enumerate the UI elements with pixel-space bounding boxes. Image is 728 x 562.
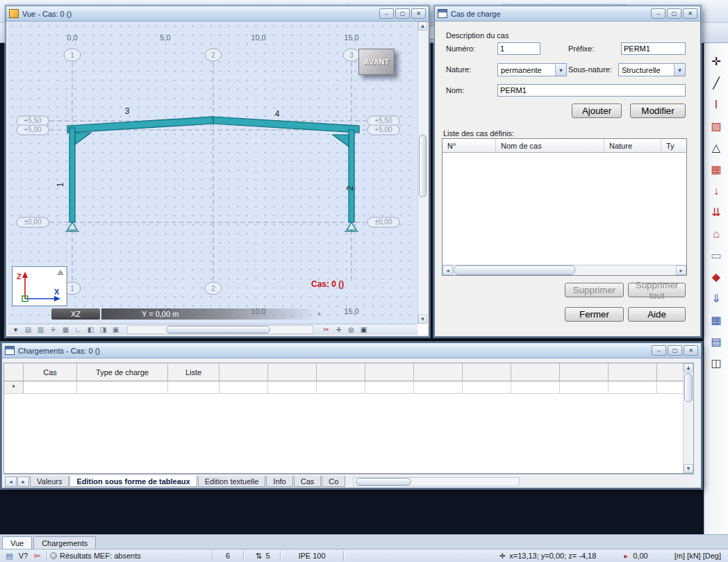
front-view-button[interactable]: AVANT bbox=[358, 49, 395, 75]
cell[interactable] bbox=[24, 381, 77, 394]
cell[interactable] bbox=[77, 381, 168, 394]
supprimer-tout-button[interactable]: Supprimer tout bbox=[628, 283, 686, 297]
axes-icon[interactable]: ∟ bbox=[72, 325, 84, 335]
chevron-down-icon[interactable] bbox=[674, 64, 685, 76]
loads-panel-titlebar[interactable]: Chargements - Cas: 0 () –▢✕ bbox=[2, 343, 701, 358]
scrollbar-thumb[interactable] bbox=[166, 326, 270, 333]
units-indicator[interactable]: [m] [kN] [Deg] bbox=[675, 552, 721, 560]
view-horizontal-scrollbar[interactable] bbox=[127, 325, 313, 334]
tables-icon[interactable]: ▦ bbox=[706, 311, 726, 329]
nodes-icon[interactable]: ✛ bbox=[706, 53, 726, 71]
panels-icon[interactable]: ▨ bbox=[706, 117, 726, 135]
new-row[interactable]: * bbox=[4, 381, 693, 394]
attributes-icon[interactable]: ▣ bbox=[110, 325, 122, 335]
maximize-icon[interactable]: ▢ bbox=[395, 8, 410, 19]
results-status[interactable]: Résultats MEF: absents bbox=[60, 552, 209, 560]
layers-icon[interactable]: ▥ bbox=[35, 325, 47, 335]
tabs-hscrollbar[interactable] bbox=[353, 477, 520, 486]
loads-panel-window[interactable]: Chargements - Cas: 0 () –▢✕ Cas Type de … bbox=[1, 342, 702, 488]
grid-icon[interactable]: ▦ bbox=[60, 325, 72, 335]
close-icon[interactable]: ✕ bbox=[683, 8, 697, 19]
numero-input[interactable] bbox=[497, 42, 540, 55]
tab-chargements[interactable]: Chargements bbox=[33, 536, 96, 549]
tab-vue[interactable]: Vue bbox=[2, 536, 32, 549]
mesh-icon[interactable]: ▦ bbox=[706, 160, 726, 179]
counter-bars[interactable]: ⇅5 bbox=[247, 551, 277, 561]
tab-combinaisons[interactable]: Co bbox=[322, 476, 345, 487]
object-snap-icon[interactable]: ✛ bbox=[47, 325, 59, 335]
scrollbar-thumb[interactable] bbox=[454, 265, 575, 275]
dimension-icon[interactable]: ▭ bbox=[706, 247, 726, 265]
nom-input[interactable] bbox=[497, 84, 686, 97]
tab-valeurs[interactable]: Valeurs bbox=[30, 476, 69, 487]
close-icon[interactable]: ✕ bbox=[684, 345, 698, 356]
bars-icon[interactable]: ╱ bbox=[706, 74, 726, 92]
column-header[interactable]: N° bbox=[442, 139, 496, 152]
scroll-right-icon[interactable] bbox=[676, 265, 686, 275]
frame2d-icon[interactable]: ◫ bbox=[706, 354, 726, 372]
column-header[interactable]: Ty bbox=[661, 139, 686, 152]
grid-table-icon[interactable]: ▤ bbox=[706, 333, 726, 351]
column-header[interactable]: Cas bbox=[24, 363, 77, 381]
scrollbar-thumb[interactable] bbox=[684, 373, 693, 402]
aide-button[interactable]: Aide bbox=[628, 307, 686, 322]
display-filter-icon[interactable]: ▤ bbox=[22, 325, 34, 335]
bar-load-icon[interactable]: ⇊ bbox=[706, 204, 726, 222]
minimize-icon[interactable]: – bbox=[652, 345, 666, 356]
scrollbar-thumb[interactable] bbox=[419, 135, 427, 197]
select-mode-icon[interactable]: ▤ bbox=[3, 551, 16, 561]
minimize-icon[interactable]: – bbox=[379, 8, 394, 19]
tab-edition-textuelle[interactable]: Edition textuelle bbox=[198, 476, 266, 487]
loads-table-vscrollbar[interactable] bbox=[683, 363, 693, 473]
scroll-left-icon[interactable] bbox=[442, 265, 453, 275]
column-header[interactable]: Nom de cas bbox=[496, 139, 604, 152]
center-view-icon[interactable]: ✛ bbox=[333, 325, 345, 335]
current-section[interactable]: IPE 100 bbox=[283, 552, 340, 560]
shadow-icon[interactable]: ◨ bbox=[97, 325, 109, 335]
scroll-up-icon[interactable] bbox=[684, 363, 693, 372]
full-view-icon[interactable]: ◎ bbox=[345, 325, 357, 335]
load-case-dialog[interactable]: Cas de charge –▢✕ Description du cas Num… bbox=[434, 6, 701, 337]
ajouter-button[interactable]: Ajouter bbox=[572, 104, 622, 118]
tab-prev-icon[interactable]: ◂ bbox=[5, 477, 17, 487]
tab-edition-tableaux[interactable]: Edition sous forme de tableaux bbox=[69, 476, 197, 487]
cut-mode-icon[interactable]: ✄ bbox=[31, 551, 44, 561]
chevron-down-icon[interactable] bbox=[555, 64, 566, 76]
fermer-button[interactable]: Fermer bbox=[565, 307, 624, 322]
verify-icon[interactable]: V? bbox=[17, 551, 30, 561]
supprimer-button[interactable]: Supprimer bbox=[565, 283, 624, 297]
scrollbar-thumb[interactable] bbox=[356, 478, 411, 486]
nodal-load-icon[interactable]: ↓ bbox=[706, 182, 726, 200]
dialog-titlebar[interactable]: Cas de charge –▢✕ bbox=[435, 6, 700, 22]
moving-load-icon[interactable]: ◆ bbox=[706, 268, 726, 286]
defined-cases-table[interactable]: N° Nom de cas Nature Ty bbox=[442, 138, 687, 276]
load-table-icon[interactable]: ⇓ bbox=[706, 290, 726, 308]
loads-table[interactable]: Cas Type de charge Liste * bbox=[3, 363, 694, 474]
structure-canvas[interactable]: 0,0 5,0 10,0 15,0 5,0 10,0 15,0 bbox=[8, 22, 417, 324]
counter-nodes[interactable]: 6 bbox=[215, 552, 240, 560]
column-header[interactable]: Type de charge bbox=[77, 363, 168, 381]
tab-info[interactable]: Info bbox=[266, 476, 292, 487]
sous-nature-select[interactable]: Structurelle bbox=[618, 63, 686, 76]
scroll-up-icon[interactable] bbox=[418, 22, 427, 31]
view-vertical-scrollbar[interactable] bbox=[417, 22, 427, 324]
render-mode-icon[interactable]: ◧ bbox=[85, 325, 97, 335]
sections-icon[interactable]: I bbox=[706, 96, 726, 114]
scroll-down-icon[interactable] bbox=[418, 315, 427, 324]
close-icon[interactable]: ✕ bbox=[411, 8, 426, 19]
cases-table-hscrollbar[interactable] bbox=[442, 265, 686, 275]
scroll-down-icon[interactable] bbox=[684, 464, 693, 473]
clip-view-icon[interactable]: ✂ bbox=[320, 325, 332, 335]
cell[interactable] bbox=[168, 381, 220, 394]
modifier-button[interactable]: Modifier bbox=[630, 104, 686, 118]
view-window-titlebar[interactable]: Vue - Cas: 0 () –▢✕ bbox=[6, 6, 429, 22]
minimize-icon[interactable]: – bbox=[651, 8, 665, 19]
prefixe-input[interactable] bbox=[621, 42, 686, 55]
nature-select[interactable]: permanente bbox=[497, 63, 567, 76]
tab-next-icon[interactable]: ▸ bbox=[17, 477, 29, 487]
column-header[interactable]: Liste bbox=[168, 363, 220, 381]
tab-cas[interactable]: Cas bbox=[294, 476, 322, 487]
view-window[interactable]: Vue - Cas: 0 () –▢✕ bbox=[6, 6, 429, 337]
capture-view-icon[interactable]: ▣ bbox=[358, 325, 370, 335]
supports-icon[interactable]: △ bbox=[706, 139, 726, 157]
